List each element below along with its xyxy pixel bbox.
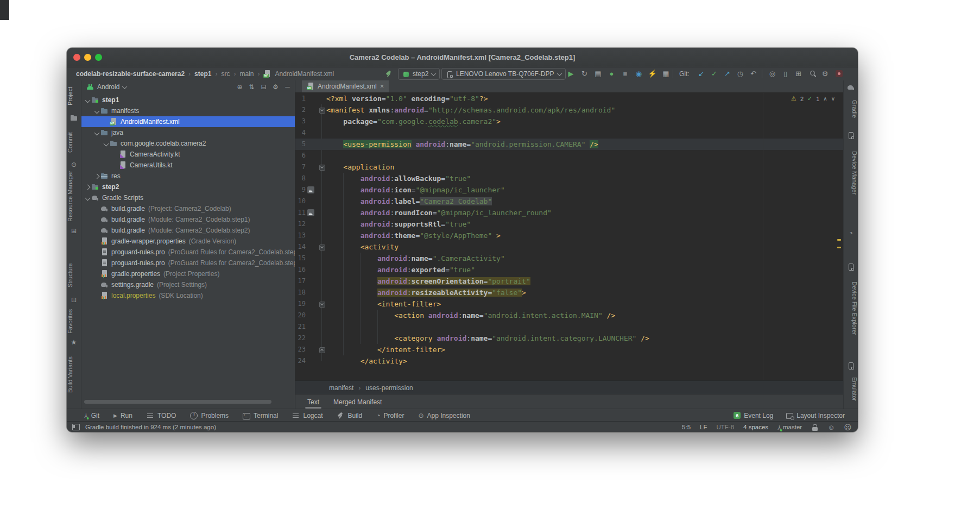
toolwindow-button-profiler[interactable]: ◔Profiler xyxy=(376,412,404,419)
code-line[interactable]: <category android:name="android.intent.c… xyxy=(326,333,649,344)
rollback-button[interactable]: ↶ xyxy=(749,67,758,80)
run-config-selector[interactable]: step2 xyxy=(398,68,440,80)
next-issue-icon[interactable]: ∨ xyxy=(831,96,835,102)
cursor-position[interactable]: 5:5 xyxy=(682,424,691,430)
line-ending[interactable]: LF xyxy=(700,424,707,430)
warning-stripe-mark[interactable] xyxy=(837,239,841,241)
debug-button[interactable]: ● xyxy=(607,67,616,80)
code-line[interactable]: <application xyxy=(326,161,394,173)
code-line[interactable]: android:theme="@style/AppTheme" > xyxy=(326,230,501,241)
tool-window-toggle-icon[interactable] xyxy=(72,424,80,430)
fold-marker-icon[interactable] xyxy=(319,108,325,114)
breadcrumb-manifest[interactable]: manifest xyxy=(329,384,353,392)
device-file-explorer-icon[interactable] xyxy=(847,263,855,271)
tree-item[interactable]: com.google.codelab.camera2 xyxy=(81,138,295,149)
chevron-right-icon[interactable] xyxy=(93,172,100,180)
chevron-down-icon[interactable] xyxy=(93,107,100,115)
apply-changes-button[interactable]: ↻ xyxy=(580,67,589,80)
profiler-icon[interactable]: ◔ xyxy=(847,229,855,237)
panel-settings-button[interactable]: ⚙ xyxy=(271,80,280,93)
git-push-button[interactable]: ↗ xyxy=(723,67,732,80)
sidebar-item-device-file-explorer[interactable]: Device File Explorer xyxy=(844,273,858,343)
tree-item[interactable]: build.gradle(Module: Camera2_Codelab.ste… xyxy=(81,225,295,236)
horizontal-scrollbar[interactable] xyxy=(84,400,271,404)
tree-item[interactable]: manifests xyxy=(81,105,295,116)
hide-panel-button[interactable]: ─ xyxy=(283,80,292,93)
git-update-button[interactable]: ↙ xyxy=(697,67,706,80)
chevron-down-icon[interactable] xyxy=(93,129,100,136)
image-preview-gutter-icon[interactable] xyxy=(307,186,314,193)
code-line[interactable]: android:allowBackup="true" xyxy=(326,173,471,184)
code-line[interactable]: </intent-filter> xyxy=(326,344,445,355)
code-line[interactable]: android:icon="@mipmap/ic_launcher" xyxy=(326,184,505,196)
device-manager-button[interactable]: ▯ xyxy=(781,67,790,80)
git-commit-button[interactable]: ✓ xyxy=(710,67,719,80)
layout-inspector-button[interactable]: Layout Inspector xyxy=(786,412,845,419)
sidebar-item-device-manager[interactable]: Device Manager xyxy=(844,141,858,204)
sidebar-item-structure[interactable]: Structure xyxy=(67,257,81,294)
run-coverage-button[interactable]: ⚡ xyxy=(648,67,657,80)
sidebar-item-gradle[interactable]: Gradle xyxy=(844,93,858,125)
smile-feedback-icon[interactable]: ☺ xyxy=(827,423,834,431)
indent-setting[interactable]: 4 spaces xyxy=(743,424,768,430)
gradle-icon[interactable] xyxy=(847,84,855,91)
sidebar-item-commit[interactable]: Commit xyxy=(67,126,81,159)
tree-item[interactable]: proguard-rules.pro(ProGuard Rules for Ca… xyxy=(81,258,295,268)
device-selector[interactable]: LENOVO Lenovo TB-Q706F-DPP xyxy=(441,68,566,80)
sdk-manager-button[interactable]: ⊞ xyxy=(794,67,803,80)
toolwindow-button-app-inspection[interactable]: ⊙App Inspection xyxy=(418,412,470,419)
expand-all-button[interactable]: ⇅ xyxy=(248,80,256,93)
code-line[interactable]: <uses-permission android:name="android.p… xyxy=(326,139,598,150)
code-line[interactable]: <action android:name="android.intent.act… xyxy=(326,310,615,321)
breadcrumb-item[interactable]: step1 xyxy=(194,70,211,78)
code-line[interactable]: </activity> xyxy=(326,355,407,367)
code-line[interactable]: package="com.google.codelab.camera2"> xyxy=(326,116,501,127)
image-preview-gutter-icon[interactable] xyxy=(307,209,314,216)
sidebar-item-favorites[interactable]: Favorites xyxy=(67,306,81,336)
file-encoding[interactable]: UTF-8 xyxy=(717,424,735,430)
code-line[interactable]: android:roundIcon="@mipmap/ic_launcher_r… xyxy=(326,207,552,218)
tree-item[interactable]: res xyxy=(81,171,295,181)
breadcrumb-uses-permission[interactable]: uses-permission xyxy=(365,384,413,392)
sidebar-item-project[interactable]: Project xyxy=(67,80,81,112)
tree-item[interactable]: CameraUtils.kt xyxy=(81,160,295,171)
close-window-button[interactable] xyxy=(73,54,80,61)
tree-item[interactable]: AndroidManifest.xml xyxy=(81,116,295,127)
code-line[interactable]: android:screenOrientation="portrait" xyxy=(326,275,530,287)
tree-item[interactable]: proguard-rules.pro(ProGuard Rules for Ca… xyxy=(81,247,295,258)
stop-button[interactable]: ■ xyxy=(621,67,630,80)
chevron-down-icon[interactable] xyxy=(102,140,110,147)
tab-merged-manifest[interactable]: Merged Manifest xyxy=(333,394,382,409)
fold-marker-icon[interactable] xyxy=(319,302,325,308)
chevron-right-icon[interactable] xyxy=(84,183,91,191)
tree-item[interactable]: Gradle Scripts xyxy=(81,192,295,203)
code-line[interactable]: android:exported="true" xyxy=(326,264,475,275)
tree-item[interactable]: gradle-wrapper.properties(Gradle Version… xyxy=(81,236,295,247)
close-tab-icon[interactable]: × xyxy=(380,83,384,90)
chevron-down-icon[interactable] xyxy=(84,96,91,104)
breadcrumb-item[interactable]: src xyxy=(221,70,230,78)
breadcrumb-item[interactable]: codelab-resizable-surface-camera2 xyxy=(76,70,185,78)
tree-item[interactable]: java xyxy=(81,127,295,138)
tab-text[interactable]: Text xyxy=(307,394,319,409)
breadcrumb-item[interactable]: main xyxy=(239,70,254,78)
device-manager-icon[interactable] xyxy=(847,131,855,139)
apply-code-changes-button[interactable]: ▤ xyxy=(593,67,603,80)
toolwindow-button-build[interactable]: Build xyxy=(337,412,362,419)
run-button[interactable]: ▶ xyxy=(566,67,576,80)
minimize-window-button[interactable] xyxy=(84,54,91,61)
profile-button[interactable]: ◉ xyxy=(634,67,643,80)
collapse-all-button[interactable]: ⊟ xyxy=(260,80,268,93)
warning-stripe-mark[interactable] xyxy=(837,247,841,248)
device-monitor-button[interactable]: ▦ xyxy=(661,67,671,80)
settings-gear-icon[interactable]: ⚙ xyxy=(820,67,830,80)
build-project-button[interactable] xyxy=(385,70,393,78)
tree-item[interactable]: CameraActivity.kt xyxy=(81,149,295,160)
tab-androidmanifest[interactable]: AndroidManifest.xml × xyxy=(302,80,389,92)
search-everywhere-icon[interactable] xyxy=(810,70,817,78)
code-line[interactable]: android:supportsRtl="true" xyxy=(326,218,471,230)
emulator-icon[interactable] xyxy=(847,362,855,369)
tree-item[interactable]: step1 xyxy=(81,95,295,105)
code-line[interactable]: <?xml version="1.0" encoding="utf-8"?> xyxy=(326,93,488,104)
lock-icon[interactable] xyxy=(811,424,818,431)
